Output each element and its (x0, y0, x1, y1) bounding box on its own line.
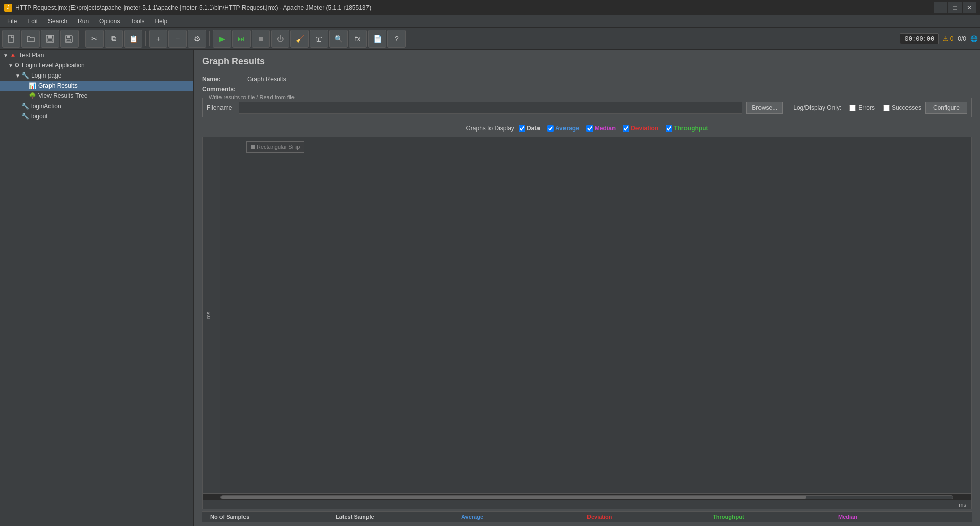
title-bar-left: J HTTP Request.jmx (E:\projects\apache-j… (4, 4, 371, 12)
y-axis-label: ms (205, 312, 211, 319)
open-button[interactable] (21, 30, 40, 48)
comments-label: Comments: (202, 86, 243, 93)
errors-checkbox[interactable] (849, 105, 856, 111)
search-button[interactable]: 🔍 (329, 30, 348, 48)
error-count: 0/0 (958, 35, 966, 42)
shutdown-button[interactable]: ⏻ (271, 30, 289, 48)
median-checkbox-label[interactable]: Median (586, 124, 616, 132)
sidebar-item-graph-results[interactable]: 📊 Graph Results (0, 81, 193, 91)
deviation-checkbox[interactable] (623, 125, 629, 132)
stat-average: Average (461, 514, 587, 520)
configure-button[interactable]: Configure (925, 102, 967, 114)
throughput-checkbox-label[interactable]: Throughput (666, 124, 708, 132)
menu-run[interactable]: Run (72, 15, 94, 27)
menu-search[interactable]: Search (43, 15, 72, 27)
network-icon: 🌐 (970, 35, 978, 42)
menu-file[interactable]: File (2, 15, 22, 27)
menu-tools[interactable]: Tools (125, 15, 150, 27)
main-layout: ▼ 🔺 Test Plan ▼ ⚙ Login Level Applicatio… (0, 50, 980, 526)
sidebar-item-login-action[interactable]: 🔧 loginAction (0, 101, 193, 111)
deviation-stat-label: Deviation (587, 514, 713, 520)
graphs-display-row: Graphs to Display Data Average Median De… (202, 124, 972, 132)
start-button[interactable]: ▶ (213, 30, 231, 48)
scrollbar-track[interactable] (220, 495, 953, 499)
separator-3 (209, 31, 210, 46)
timer-display: 00:00:00 (900, 33, 939, 44)
graph-scrollbar[interactable] (203, 493, 971, 500)
login-page-label: Login page (31, 72, 61, 79)
minimize-button[interactable]: ─ (934, 2, 947, 13)
sidebar-item-test-plan[interactable]: ▼ 🔺 Test Plan (0, 50, 193, 60)
stat-no-of-samples: No of Samples (210, 514, 336, 520)
login-level-label: Login Level Application (22, 62, 85, 69)
successes-label: Successes (892, 104, 921, 111)
logout-label: logout (31, 113, 48, 120)
menu-options[interactable]: Options (94, 15, 125, 27)
stop-button[interactable]: ⏹ (252, 30, 270, 48)
median-checkbox[interactable] (586, 125, 593, 132)
toolbar-right: 00:00:00 ⚠ 0 0/0 🌐 (900, 33, 978, 44)
paste-button[interactable]: 📋 (124, 30, 142, 48)
separator-1 (82, 31, 82, 46)
data-checkbox-label[interactable]: Data (519, 124, 540, 132)
svg-rect-5 (67, 36, 70, 38)
clear-all-button[interactable]: 🗑 (310, 30, 328, 48)
clear-button[interactable]: 🧹 (290, 30, 309, 48)
average-checkbox[interactable] (547, 125, 554, 132)
panel-title: Graph Results (194, 50, 980, 71)
successes-checkbox-label[interactable]: Successes (883, 104, 921, 111)
sidebar-item-login-page[interactable]: ▼ 🔧 Login page (0, 70, 193, 81)
graph-canvas[interactable]: Rectangular Snip (220, 137, 971, 493)
results-tree-icon: 🌳 (29, 92, 36, 99)
errors-checkbox-label[interactable]: Errors (849, 104, 875, 111)
maximize-button[interactable]: □ (948, 2, 962, 13)
deviation-label: Deviation (631, 124, 658, 132)
expand-icon (21, 93, 29, 99)
browse-button[interactable]: Browse... (746, 102, 783, 114)
save-button[interactable] (41, 30, 59, 48)
save-all-button[interactable] (60, 30, 79, 48)
group-icon: 🔧 (21, 72, 29, 79)
start-no-pause-button[interactable]: ⏭ (232, 30, 251, 48)
graph-legend: Rectangular Snip (246, 141, 304, 153)
stats-bar: No of Samples Latest Sample Average Devi… (202, 511, 972, 522)
toggle-button[interactable]: ⚙ (188, 30, 206, 48)
sidebar-item-login-level[interactable]: ▼ ⚙ Login Level Application (0, 60, 193, 70)
menu-edit[interactable]: Edit (22, 15, 43, 27)
sidebar-item-logout[interactable]: 🔧 logout (0, 111, 193, 121)
name-value: Graph Results (247, 76, 286, 83)
cut-button[interactable]: ✂ (85, 30, 104, 48)
data-label: Data (527, 124, 540, 132)
successes-checkbox[interactable] (883, 105, 890, 111)
copy-button[interactable]: ⧉ (105, 30, 123, 48)
function-helper-button[interactable]: fx (349, 30, 367, 48)
sidebar-item-view-results-tree[interactable]: 🌳 View Results Tree (0, 91, 193, 101)
menu-bar: File Edit Search Run Options Tools Help (0, 15, 980, 28)
new-button[interactable] (2, 30, 20, 48)
latest-sample-label: Latest Sample (336, 514, 461, 520)
template-button[interactable]: 📄 (368, 30, 386, 48)
throughput-checkbox[interactable] (666, 125, 672, 132)
test-plan-icon: 🔺 (9, 52, 17, 59)
login-action-label: loginAction (31, 103, 61, 110)
average-checkbox-label[interactable]: Average (547, 124, 579, 132)
logout-icon: 🔧 (21, 113, 29, 120)
name-label: Name: (202, 76, 243, 83)
warning-badge: ⚠ 0 (943, 35, 953, 42)
help-button[interactable]: ? (387, 30, 406, 48)
close-button[interactable]: ✕ (963, 2, 976, 13)
filename-input[interactable] (239, 102, 742, 114)
data-checkbox[interactable] (519, 125, 525, 132)
deviation-checkbox-label[interactable]: Deviation (623, 124, 658, 132)
add-button[interactable]: + (149, 30, 167, 48)
no-of-samples-label: No of Samples (210, 514, 336, 520)
controller-icon: ⚙ (14, 62, 20, 69)
expand-icon (14, 104, 21, 109)
menu-help[interactable]: Help (150, 15, 173, 27)
remove-button[interactable]: − (168, 30, 187, 48)
toolbar: ✂ ⧉ 📋 + − ⚙ ▶ ⏭ ⏹ ⏻ 🧹 🗑 🔍 fx 📄 ? 00:00:0… (0, 28, 980, 50)
stat-median: Median (838, 514, 964, 520)
filename-label: Filename (207, 104, 235, 111)
title-bar-text: HTTP Request.jmx (E:\projects\apache-jme… (15, 4, 371, 11)
title-bar: J HTTP Request.jmx (E:\projects\apache-j… (0, 0, 980, 15)
